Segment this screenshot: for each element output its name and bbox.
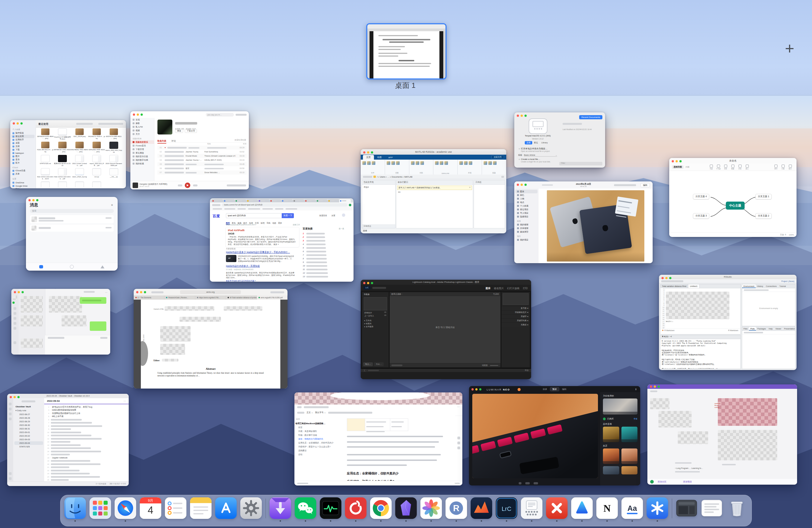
file-thumbnail [41,168,50,175]
luminar-window[interactable]: LUMINAR NEO 目录 预设 编辑 ⬆ 为你推 [469,386,640,485]
safari-window[interactable]: arxiv.org LI - The ElementsResearchGate … [134,289,288,388]
dock-obsidian-icon[interactable] [395,497,417,522]
dock-lrc-icon[interactable]: LrC [496,497,517,522]
song-artist [186,163,203,165]
dock-rstudio-icon[interactable]: R [446,497,467,522]
censored-text [214,200,219,201]
kanban-image-censored [718,430,777,460]
matlab-banner: 新手入门 MATLAB？请参阅有关快速入门的资源。 [398,186,441,189]
dock-photos-icon[interactable] [420,497,442,522]
doc-more-icon: ⋯ [457,406,460,408]
dock-minwindoc-icon[interactable] [701,497,723,522]
dock-launchpad-icon[interactable] [89,497,111,522]
finder-sidebar-header: 位置 [12,178,35,180]
safari-tab: LI - The Elements [134,295,164,299]
note-line: 17 [46,453,127,456]
note-line: 20 [46,463,127,466]
dock-trash-icon[interactable] [726,497,748,522]
xmind-window[interactable]: 未命名 思维导图 大纲 主题子主题关联概要外框插入 ZEN分享格式 分支主题 4… [669,158,797,237]
sidebar-item-icon [517,227,519,229]
dock-matlab-icon[interactable] [470,497,492,522]
desktop-thumbnail[interactable] [366,23,447,79]
photos-window[interactable]: 2022年6月18日 09:41:32 编辑 图库回忆人物地点个人收藏最近项目导… [514,181,653,263]
dock-triangle-icon[interactable] [571,497,593,522]
dock-chrome-icon[interactable] [370,497,392,522]
mini-pdf-margin-left [369,31,373,78]
kanban-window[interactable]: › Long Program … Learning fo… swallowReq… [648,384,797,485]
board-title-censored [650,391,657,392]
tool-icon [724,165,727,167]
xmind-tool: 外框 [736,165,743,170]
dock-notes-icon[interactable] [190,497,212,522]
tool-icon [717,165,720,167]
desktop-label[interactable]: 桌面 1 [366,80,445,90]
dock-minwindark-icon[interactable] [676,497,697,522]
music-sidebar-item: 最近播放 [130,151,154,155]
dock-downie-icon[interactable] [270,497,291,522]
finder-window[interactable]: 个人收藏隔空投送最近使用应用程序桌面文稿下载baiduyun图片音乐影片iClo… [10,120,126,188]
music-sidebar-item: 播客 [130,121,154,125]
kanban-image-censored [718,398,777,426]
red-annotation: swallowReqdcoding [714,402,720,408]
dock-asterisk-icon[interactable] [647,497,668,522]
texpad-logo-doc [533,121,543,127]
files-tab: Packages [756,327,767,331]
dock-appstore-icon[interactable] [215,497,237,522]
wechat-window[interactable]: … [11,289,110,355]
dock-safari-icon[interactable] [115,497,136,522]
censored-text [306,265,327,267]
ribbon-icon [435,161,439,165]
breadcrumb-separator: ▸ [385,176,388,178]
env-tab: Tutorial [778,284,787,288]
dock-notion-icon[interactable]: N [596,497,618,522]
note-line: 12 [46,437,127,440]
song-row: 07Snow Melodies …03:10 [157,171,247,175]
add-desktop-button[interactable]: + [780,39,799,59]
tool-label: 外框 [739,168,742,170]
song-duration: 03:50 [237,167,244,169]
matlab-window[interactable]: MATLAB R2022a - academic use 主页 绘图 APP 搜… [361,149,506,233]
tool-label: 子主题 [716,168,721,170]
files-icon [14,322,16,325]
sidebar-item-icon [133,133,134,135]
dock-wechat-icon[interactable] [295,497,316,522]
dock-reminders-icon[interactable] [165,497,186,522]
dock-finder-icon[interactable] [64,497,86,522]
dock-texpad-icon[interactable] [521,497,542,522]
dock-monitor-icon[interactable] [320,497,342,522]
preset-thumb-scenery [621,427,638,442]
ribbon-icon [445,161,448,165]
tab-comments: 评论 [171,140,176,142]
netease-music-window[interactable]: you say you m… 发现播客私人FM视频关注创建的歌单我喜欢的音乐iT… [130,111,249,189]
traffic-lights [517,184,527,186]
navigator-preview [364,297,387,310]
histogram-box [503,293,528,305]
topic-count: 主题: 5 [780,233,786,236]
messages-app-window[interactable]: 消息 ＋ 搜索 [26,197,118,270]
tab-favicon [224,200,226,202]
sidebar-item-icon [517,216,519,218]
chrome-window[interactable]: baidu.com/s?ie=utf-8&wd=ipad air5 运行内存 百… [210,198,353,282]
note-line: 22 [46,469,127,472]
dock-xmind-icon[interactable] [546,497,568,522]
undo-redo-icons [297,412,304,414]
safari-tab: arxiv.org/pdf/1706.01350.pdf [257,295,288,299]
obsidian-window[interactable]: 2022-09-04 - Obsidian Vault - Obsidian v… [7,394,129,486]
outline-item: 体验：惊艳的点与离谱的坑 [294,437,336,441]
music-sidebar-item: 我喜欢的音乐 [130,140,154,144]
dock-netease-icon[interactable] [345,497,366,522]
lightroom-window[interactable]: Lightroom Catalog.lrcat - Adobe Photosho… [361,280,531,379]
dock-dict-icon[interactable]: Aa [621,497,643,522]
ribbon-group-label: 变量 [385,172,409,174]
tab-catalog: 目录 [543,388,547,391]
texpad-window[interactable]: Recent Documents Texpad macOS v1.9.1 (34… [514,113,605,167]
file-name: 8A37B062-7661-4BA6-….jpeg [71,149,88,153]
docs-window[interactable]: ⋯ 正文 ⌄ 默认字号 ⌄ 目录 给理工科的MacBook选购指南…前言外观：美… [294,392,462,485]
tool-label: 主题 [710,168,713,170]
settings-icon [14,341,16,344]
rstudio-window[interactable]: RStudio Project: (None) Total variation … [659,275,797,370]
dock-calendar-icon[interactable]: 9月4 [140,497,161,522]
dock-settings-icon[interactable] [240,497,262,522]
create-local-sub: Create a single file on your local disk. [521,161,551,163]
sidebar-item-label: 隐藏项目 [520,216,528,218]
